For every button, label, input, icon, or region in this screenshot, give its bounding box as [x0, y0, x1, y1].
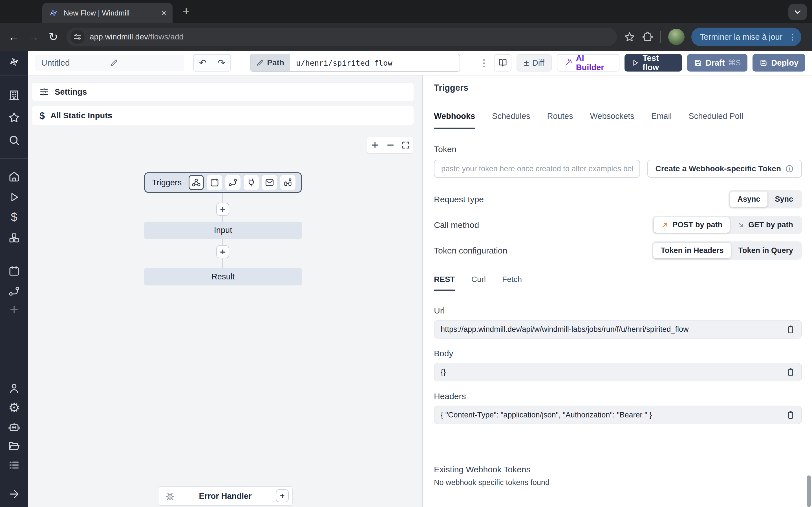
- chrome-menu-icon[interactable]: ⋮: [788, 32, 796, 42]
- forward-button[interactable]: →: [24, 31, 43, 43]
- path-control[interactable]: Path u/henri/spirited_flow: [250, 54, 460, 72]
- scheduled-poll-trigger-button[interactable]: [280, 175, 296, 190]
- tab-fetch[interactable]: Fetch: [502, 275, 522, 291]
- error-handler-node[interactable]: Error Handler +: [158, 486, 293, 506]
- sliders-icon: [40, 87, 49, 97]
- plus-minus-icon: ±: [524, 58, 529, 68]
- bookmark-star-icon[interactable]: [624, 32, 635, 42]
- panel-scrollbar[interactable]: [807, 475, 811, 507]
- sidebar-item-variables[interactable]: $: [8, 211, 20, 223]
- sidebar-item-workers[interactable]: [8, 420, 20, 433]
- ai-builder-button[interactable]: AI Builder: [557, 54, 619, 71]
- tab-webhooks[interactable]: Webhooks: [434, 112, 475, 129]
- tab-rest[interactable]: REST: [434, 275, 455, 291]
- docs-button[interactable]: [494, 54, 511, 71]
- copy-icon[interactable]: [786, 325, 795, 334]
- schedule-trigger-button[interactable]: [207, 175, 222, 190]
- undo-button[interactable]: ↶: [193, 54, 212, 71]
- path-value[interactable]: u/henri/spirited_flow: [290, 54, 460, 71]
- draft-button[interactable]: Draft ⌘S: [687, 54, 748, 71]
- token-in-query-option[interactable]: Token in Query: [731, 243, 801, 258]
- new-tab-button[interactable]: +: [183, 4, 190, 18]
- sidebar-item-folders[interactable]: [8, 440, 20, 452]
- token-input[interactable]: [434, 160, 640, 178]
- save-icon: [759, 59, 768, 67]
- sidebar-item-schedules[interactable]: [8, 265, 20, 277]
- sidebar-item-resources[interactable]: [8, 232, 20, 244]
- post-by-path-option[interactable]: POST by path: [654, 217, 730, 233]
- get-by-path-option[interactable]: GET by path: [730, 217, 801, 233]
- add-step-button[interactable]: +: [216, 245, 229, 258]
- flow-canvas[interactable]: Settings $ All Static Inputs: [28, 75, 422, 507]
- sidebar-item-routes[interactable]: [8, 285, 20, 297]
- request-type-label: Request type: [434, 194, 484, 204]
- zoom-out-button[interactable]: [386, 140, 395, 150]
- sidebar-item-search[interactable]: [8, 134, 20, 147]
- webhook-trigger-button[interactable]: [189, 175, 204, 190]
- create-webhook-token-button[interactable]: Create a Webhook-specific Token: [647, 160, 802, 178]
- browser-tab-strip: New Flow | Windmill × +: [0, 0, 812, 23]
- browser-tab[interactable]: New Flow | Windmill ×: [42, 3, 172, 23]
- windmill-logo-icon[interactable]: [8, 56, 20, 68]
- sidebar-item-home[interactable]: [8, 170, 20, 182]
- flow-name-field[interactable]: Untitled: [35, 55, 184, 71]
- more-options-icon[interactable]: ⋮: [479, 57, 489, 68]
- zoom-in-button[interactable]: [370, 140, 380, 150]
- add-step-button[interactable]: +: [216, 203, 229, 216]
- reload-button[interactable]: ↻: [43, 31, 63, 43]
- sync-option[interactable]: Sync: [767, 191, 801, 207]
- triggers-node[interactable]: Triggers: [144, 172, 302, 193]
- sidebar-item-settings[interactable]: ⚙: [8, 401, 20, 414]
- sidebar-item-user[interactable]: [8, 382, 20, 395]
- url-bar[interactable]: app.windmill.dev/flows/add: [66, 27, 617, 46]
- tab-curl[interactable]: Curl: [471, 275, 486, 291]
- diff-button[interactable]: ± Diff: [516, 54, 552, 71]
- chevron-down-icon: [793, 7, 802, 17]
- result-node[interactable]: Result: [144, 268, 302, 285]
- sidebar-item-runs[interactable]: [8, 191, 20, 203]
- websocket-trigger-button[interactable]: [244, 175, 259, 190]
- tab-title: New Flow | Windmill: [64, 9, 156, 17]
- pencil-icon: [110, 59, 178, 67]
- tab-scheduled-poll[interactable]: Scheduled Poll: [689, 112, 743, 129]
- chrome-update-button[interactable]: Terminer la mise à jour ⋮: [691, 27, 801, 46]
- tab-search-button[interactable]: [788, 4, 807, 20]
- tab-routes[interactable]: Routes: [547, 112, 573, 129]
- toolbar-divider: [660, 31, 661, 43]
- copy-icon[interactable]: [786, 368, 795, 377]
- sidebar-expand-arrow-icon[interactable]: [8, 488, 20, 500]
- sidebar-item-add[interactable]: [8, 303, 20, 316]
- tab-websockets[interactable]: Websockets: [590, 112, 634, 129]
- sidebar-item-favorites[interactable]: [8, 111, 20, 124]
- trigger-tabs: Webhooks Schedules Routes Websockets Ema…: [434, 112, 802, 129]
- token-configuration-toggle: Token in Headers Token in Query: [652, 241, 802, 260]
- deploy-button[interactable]: Deploy: [753, 54, 805, 71]
- email-trigger-button[interactable]: [262, 175, 277, 190]
- fit-view-button[interactable]: [401, 140, 410, 150]
- bug-icon: [165, 490, 175, 501]
- extensions-icon[interactable]: [642, 32, 653, 42]
- token-label: Token: [434, 145, 802, 154]
- add-error-handler-button[interactable]: +: [276, 489, 289, 502]
- tab-close-icon[interactable]: ×: [161, 9, 166, 17]
- sidebar-item-logs[interactable]: [8, 459, 20, 471]
- route-trigger-button[interactable]: [225, 175, 241, 190]
- tab-email[interactable]: Email: [651, 112, 672, 129]
- back-button[interactable]: ←: [4, 31, 24, 43]
- sidebar-divider: [0, 158, 28, 159]
- settings-bar[interactable]: Settings: [32, 82, 414, 101]
- token-in-headers-option[interactable]: Token in Headers: [653, 243, 731, 258]
- sidebar-item-workspace[interactable]: [8, 89, 20, 101]
- profile-avatar[interactable]: [668, 29, 684, 45]
- test-flow-button[interactable]: Test flow: [624, 54, 682, 71]
- site-settings-icon[interactable]: [70, 30, 85, 44]
- existing-tokens-heading: Existing Webhook Tokens: [434, 465, 802, 474]
- redo-button[interactable]: ↷: [212, 54, 231, 71]
- copy-icon[interactable]: [786, 410, 795, 419]
- async-option[interactable]: Async: [730, 191, 767, 207]
- input-node[interactable]: Input: [144, 222, 302, 238]
- url-label: Url: [434, 306, 802, 316]
- tab-schedules[interactable]: Schedules: [492, 112, 530, 129]
- headers-field: { "Content-Type": "application/json", "A…: [434, 406, 802, 424]
- static-inputs-bar[interactable]: $ All Static Inputs: [32, 106, 414, 125]
